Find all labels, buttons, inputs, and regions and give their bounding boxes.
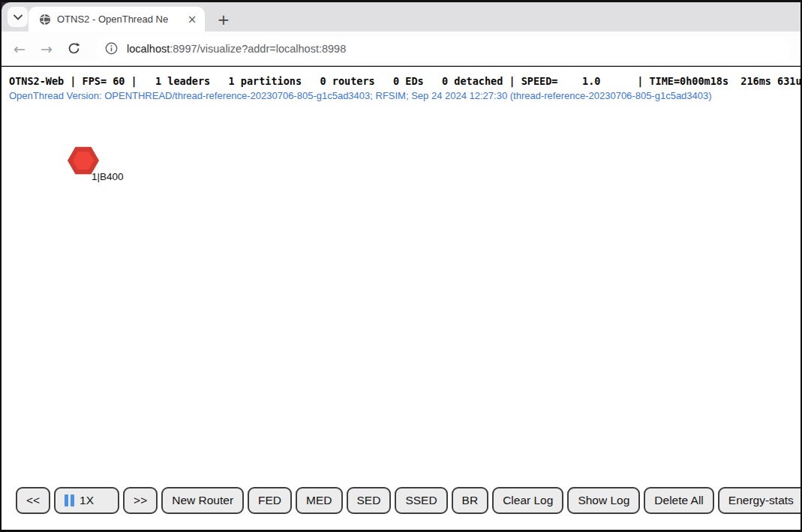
- toolbar-button-delete-all[interactable]: Delete All: [644, 487, 713, 514]
- toolbar-button-sed[interactable]: SED: [347, 487, 392, 514]
- url-path: :8997/visualize?addr=localhost:8998: [170, 43, 346, 55]
- tab-close-icon[interactable]: ×: [185, 13, 199, 26]
- chevron-down-icon: [14, 11, 23, 23]
- simulation-status-line: OTNS2-Web | FPS= 60 | 1 leaders 1 partit…: [9, 75, 800, 87]
- toolbar-button-label: FED: [258, 494, 281, 507]
- new-tab-button[interactable]: +: [214, 10, 233, 29]
- browser-window: OTNS2 - OpenThread Ne × + ← → localhost:…: [0, 0, 802, 532]
- toolbar-button-br[interactable]: BR: [452, 487, 489, 514]
- browser-tab[interactable]: OTNS2 - OpenThread Ne ×: [29, 7, 205, 32]
- pause-icon: [65, 494, 74, 506]
- toolbar-button-label: MED: [306, 494, 332, 507]
- external-link-icon: ↗: [799, 494, 800, 506]
- toolbar-button-label: Show Log: [578, 494, 629, 507]
- toolbar-button-label: Clear Log: [503, 494, 553, 507]
- node-label: 1|B400: [92, 171, 124, 182]
- globe-icon: [39, 14, 51, 26]
- toolbar-button-label: <<: [26, 494, 40, 507]
- forward-button[interactable]: →: [36, 38, 57, 59]
- toolbar-button-label: >>: [134, 494, 147, 507]
- toolbar-button-label: SSED: [405, 494, 437, 507]
- tab-search-button[interactable]: [8, 7, 28, 27]
- otns-page: OTNS2-Web | FPS= 60 | 1 leaders 1 partit…: [2, 67, 800, 530]
- toolbar-button-show-log[interactable]: Show Log: [567, 487, 640, 514]
- toolbar-button-label: BR: [462, 494, 479, 507]
- action-toolbar: <<1X>>New RouterFEDMEDSEDSSEDBRClear Log…: [16, 487, 800, 514]
- toolbar-button-ssed[interactable]: SSED: [395, 487, 447, 514]
- tab-strip: OTNS2 - OpenThread Ne × +: [2, 2, 800, 32]
- toolbar-button-fast-forward[interactable]: >>: [123, 487, 158, 514]
- toolbar-button-clear-log[interactable]: Clear Log: [492, 487, 563, 514]
- reload-icon[interactable]: [63, 38, 84, 59]
- toolbar-button-label: Delete All: [654, 494, 703, 507]
- address-bar[interactable]: localhost:8997/visualize?addr=localhost:…: [96, 36, 790, 62]
- tab-title: OTNS2 - OpenThread Ne: [57, 14, 185, 25]
- toolbar-button-label: Energy-stats: [728, 494, 794, 507]
- url-host: localhost: [127, 43, 170, 55]
- openthread-version-line: OpenThread Version: OPENTHREAD/thread-re…: [9, 90, 712, 101]
- toolbar-button-med[interactable]: MED: [296, 487, 342, 514]
- toolbar-button-label: New Router: [172, 494, 233, 507]
- site-info-icon[interactable]: [105, 42, 118, 55]
- url-text: localhost:8997/visualize?addr=localhost:…: [127, 43, 346, 55]
- toolbar-button-energy-stats[interactable]: Energy-stats↗: [718, 487, 800, 514]
- toolbar-button-pause-speed[interactable]: 1X: [54, 487, 119, 514]
- navigation-toolbar: ← → localhost:8997/visualize?addr=localh…: [2, 32, 800, 66]
- toolbar-button-label: 1X: [80, 494, 94, 507]
- back-button[interactable]: ←: [9, 38, 30, 59]
- toolbar-button-rewind[interactable]: <<: [16, 487, 50, 514]
- toolbar-button-label: SED: [357, 494, 381, 507]
- toolbar-button-new-router[interactable]: New Router: [161, 487, 244, 514]
- toolbar-button-fed[interactable]: FED: [248, 487, 292, 514]
